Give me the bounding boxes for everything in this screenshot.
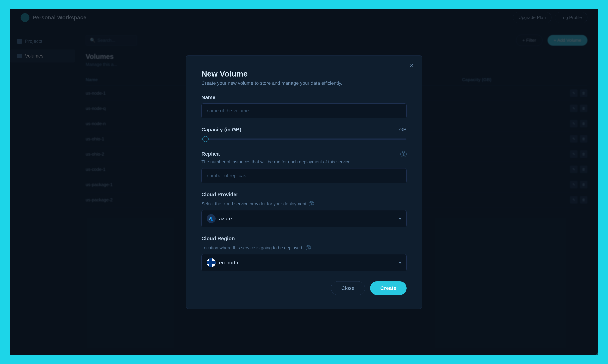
cloud-provider-info-icon[interactable]: ⓘ xyxy=(309,201,314,206)
cloud-region-form-group: Cloud Region Location where this service… xyxy=(201,235,407,271)
capacity-slider[interactable] xyxy=(201,136,407,143)
capacity-unit: GB xyxy=(399,127,407,132)
replica-info-icon[interactable]: ⓘ xyxy=(400,151,407,157)
modal-close-button[interactable]: × xyxy=(410,62,413,68)
capacity-label: Capacity (in GB) xyxy=(201,127,241,132)
cloud-provider-desc-row: Select the cloud service provider for yo… xyxy=(201,200,407,207)
cloud-region-select: eu-north ▾ xyxy=(201,254,407,271)
capacity-label-row: Capacity (in GB) GB xyxy=(201,127,407,132)
name-input[interactable] xyxy=(201,104,407,118)
replica-description: The number of instances that will be run… xyxy=(201,158,352,165)
cloud-region-value: eu-north xyxy=(219,260,396,266)
cloud-provider-form-group: Cloud Provider Select the cloud service … xyxy=(201,192,407,227)
modal-subtitle: Create your new volume to store and mana… xyxy=(201,80,407,86)
name-label: Name xyxy=(201,94,407,100)
cloud-provider-description: Select the cloud service provider for yo… xyxy=(201,200,306,207)
cloud-region-label: Cloud Region xyxy=(201,235,407,241)
cloud-region-description: Location where this service is going to … xyxy=(201,245,303,251)
modal-new-volume: × New Volume Create your new volume to s… xyxy=(186,55,422,309)
modal-overlay: × New Volume Create your new volume to s… xyxy=(10,26,598,355)
cloud-provider-select-box[interactable]: azure ▾ xyxy=(201,210,407,227)
modal-header: New Volume Create your new volume to sto… xyxy=(201,69,407,86)
slider-track xyxy=(201,139,407,140)
modal-footer: Close Create xyxy=(201,280,407,295)
cloud-provider-label: Cloud Provider xyxy=(201,192,407,197)
replica-input[interactable] xyxy=(201,168,407,183)
name-form-group: Name xyxy=(201,94,407,118)
capacity-form-group: Capacity (in GB) GB xyxy=(201,127,407,143)
cloud-provider-select: azure ▾ xyxy=(201,210,407,227)
replica-label-row: Replica The number of instances that wil… xyxy=(201,151,407,165)
replica-label-area: Replica The number of instances that wil… xyxy=(201,151,352,165)
chevron-down-icon: ▾ xyxy=(399,260,401,265)
slider-thumb[interactable] xyxy=(202,136,209,142)
cloud-region-info-icon[interactable]: ⓘ xyxy=(306,245,311,250)
close-button[interactable]: Close xyxy=(331,281,365,295)
app-container: Personal Workspace Upgrade Plan Log Prof… xyxy=(10,9,598,355)
finland-flag-icon xyxy=(207,258,216,267)
cloud-provider-value: azure xyxy=(219,216,396,221)
replica-form-group: Replica The number of instances that wil… xyxy=(201,151,407,183)
azure-icon xyxy=(207,214,216,223)
cloud-region-select-box[interactable]: eu-north ▾ xyxy=(201,254,407,271)
replica-label: Replica xyxy=(201,151,220,157)
cloud-region-desc-row: Location where this service is going to … xyxy=(201,245,407,251)
main-content: Projects Volumes 🔍 Search... + Filter + … xyxy=(10,26,598,355)
modal-title: New Volume xyxy=(201,69,407,78)
create-button[interactable]: Create xyxy=(370,281,407,295)
chevron-down-icon: ▾ xyxy=(399,216,401,221)
